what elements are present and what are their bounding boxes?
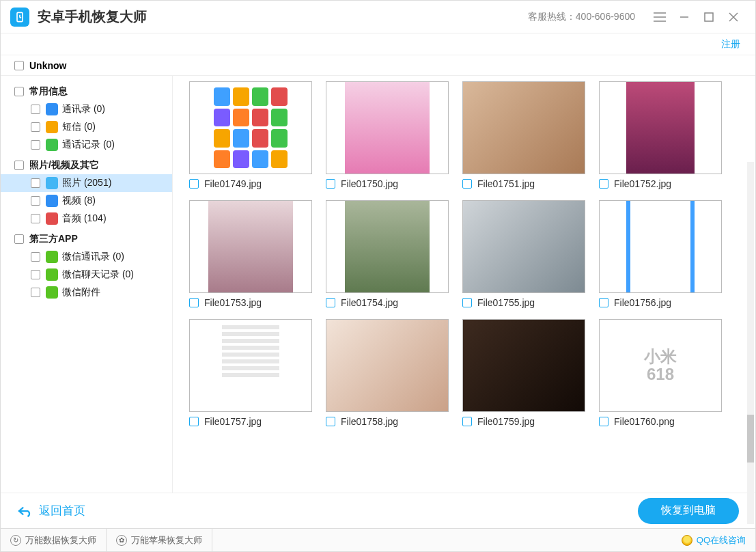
file-checkbox[interactable] bbox=[326, 417, 335, 426]
file-tile[interactable]: File01756.jpg bbox=[599, 200, 722, 308]
sidebar-item-contacts[interactable]: 通讯录 (0) bbox=[1, 100, 172, 118]
action-bar: 返回首页 恢复到电脑 bbox=[1, 493, 755, 528]
file-name: File01751.jpg bbox=[477, 178, 535, 189]
sidebar-item-calls[interactable]: 通话记录 (0) bbox=[1, 136, 172, 154]
item-label: 短信 (0) bbox=[62, 121, 96, 133]
file-checkbox[interactable] bbox=[326, 298, 335, 307]
file-thumbnail[interactable] bbox=[189, 319, 312, 412]
file-thumbnail[interactable] bbox=[326, 200, 449, 293]
back-button[interactable]: 返回首页 bbox=[17, 503, 85, 519]
file-tile[interactable]: File01750.jpg bbox=[326, 81, 449, 189]
content: 常用信息通讯录 (0)短信 (0)通话记录 (0)照片/视频及其它照片 (205… bbox=[1, 76, 755, 493]
scrollbar[interactable] bbox=[747, 162, 754, 524]
file-checkbox[interactable] bbox=[599, 179, 608, 189]
group-checkbox[interactable] bbox=[14, 234, 24, 244]
file-checkbox[interactable] bbox=[189, 298, 199, 307]
minimize-button[interactable] bbox=[672, 5, 697, 29]
file-name: File01760.png bbox=[614, 416, 675, 427]
file-checkbox[interactable] bbox=[599, 417, 608, 426]
item-checkbox[interactable] bbox=[31, 214, 40, 223]
menu-button[interactable] bbox=[647, 5, 672, 29]
sms-icon bbox=[46, 121, 58, 133]
file-name: File01758.jpg bbox=[341, 416, 398, 427]
sidebar-item-photos[interactable]: 照片 (2051) bbox=[1, 174, 172, 192]
file-tile[interactable]: File01751.jpg bbox=[462, 81, 585, 189]
file-thumbnail[interactable] bbox=[462, 319, 585, 412]
file-tile[interactable]: File01755.jpg bbox=[462, 200, 585, 308]
recover-button[interactable]: 恢复到电脑 bbox=[638, 498, 739, 524]
titlebar: 安卓手机恢复大师 客服热线：400-606-9600 bbox=[1, 1, 755, 33]
footer-link-data-recovery[interactable]: ↻ 万能数据恢复大师 bbox=[1, 529, 107, 551]
sidebar-item-wechat[interactable]: 微信附件 bbox=[1, 284, 172, 301]
file-thumbnail[interactable] bbox=[462, 81, 585, 174]
app-logo-icon bbox=[10, 8, 29, 27]
item-checkbox[interactable] bbox=[31, 270, 40, 279]
file-thumbnail[interactable] bbox=[326, 319, 449, 412]
back-label: 返回首页 bbox=[39, 503, 85, 519]
file-thumbnail[interactable]: 小米618 bbox=[599, 319, 722, 412]
group-label: 照片/视频及其它 bbox=[29, 159, 99, 171]
file-checkbox[interactable] bbox=[462, 179, 472, 189]
file-tile[interactable]: File01757.jpg bbox=[189, 319, 312, 427]
file-tile[interactable]: 小米618File01760.png bbox=[599, 319, 722, 427]
item-checkbox[interactable] bbox=[31, 196, 40, 206]
item-checkbox[interactable] bbox=[31, 178, 40, 188]
close-button[interactable] bbox=[721, 5, 746, 29]
svg-rect-5 bbox=[705, 13, 713, 21]
unknow-row[interactable]: Unknow bbox=[1, 55, 755, 76]
file-checkbox[interactable] bbox=[326, 179, 335, 189]
footer-link-apple-recovery[interactable]: ✿ 万能苹果恢复大师 bbox=[107, 529, 212, 551]
apple-icon: ✿ bbox=[116, 535, 127, 546]
item-checkbox[interactable] bbox=[31, 288, 40, 297]
video-icon bbox=[46, 195, 58, 207]
file-tile[interactable]: File01754.jpg bbox=[326, 200, 449, 308]
item-label: 视频 (8) bbox=[62, 195, 96, 207]
sidebar-item-sms[interactable]: 短信 (0) bbox=[1, 118, 172, 136]
item-checkbox[interactable] bbox=[31, 122, 40, 132]
file-tile[interactable]: File01753.jpg bbox=[189, 200, 312, 308]
back-arrow-icon bbox=[17, 505, 32, 517]
item-checkbox[interactable] bbox=[31, 252, 40, 262]
sidebar-group-header[interactable]: 常用信息 bbox=[1, 83, 172, 100]
file-checkbox[interactable] bbox=[462, 298, 472, 307]
group-label: 常用信息 bbox=[29, 85, 68, 98]
scrollbar-thumb[interactable] bbox=[747, 415, 754, 463]
footer-label-1: 万能数据恢复大师 bbox=[25, 534, 96, 547]
register-link[interactable]: 注册 bbox=[721, 38, 740, 51]
file-thumbnail[interactable] bbox=[599, 200, 722, 293]
group-checkbox[interactable] bbox=[14, 161, 24, 170]
item-label: 微信附件 bbox=[62, 286, 100, 299]
hotline-text: 客服热线：400-606-9600 bbox=[528, 11, 635, 23]
file-tile[interactable]: File01749.jpg bbox=[189, 81, 312, 189]
sidebar-item-wechat[interactable]: 微信聊天记录 (0) bbox=[1, 266, 172, 284]
file-thumbnail[interactable] bbox=[599, 81, 722, 174]
file-thumbnail[interactable] bbox=[462, 200, 585, 293]
file-checkbox[interactable] bbox=[462, 417, 472, 426]
file-checkbox[interactable] bbox=[189, 179, 199, 189]
file-thumbnail[interactable] bbox=[326, 81, 449, 174]
qq-label: QQ在线咨询 bbox=[697, 534, 746, 547]
item-checkbox[interactable] bbox=[31, 140, 40, 150]
file-checkbox[interactable] bbox=[599, 298, 608, 307]
audio-icon bbox=[46, 212, 58, 225]
file-checkbox[interactable] bbox=[189, 417, 199, 426]
item-checkbox[interactable] bbox=[31, 105, 40, 114]
group-checkbox[interactable] bbox=[14, 87, 24, 96]
sidebar-group-header[interactable]: 第三方APP bbox=[1, 230, 172, 248]
file-thumbnail[interactable] bbox=[189, 81, 312, 174]
file-thumbnail[interactable] bbox=[189, 200, 312, 293]
sidebar-item-video[interactable]: 视频 (8) bbox=[1, 192, 172, 210]
unknow-checkbox[interactable] bbox=[14, 61, 24, 70]
sidebar-item-wechat[interactable]: 微信通讯录 (0) bbox=[1, 248, 172, 266]
file-name: File01756.jpg bbox=[614, 297, 671, 308]
file-tile[interactable]: File01759.jpg bbox=[462, 319, 585, 427]
file-tile[interactable]: File01758.jpg bbox=[326, 319, 449, 427]
item-label: 音频 (104) bbox=[62, 212, 107, 225]
sidebar-item-audio[interactable]: 音频 (104) bbox=[1, 210, 172, 227]
maximize-button[interactable] bbox=[697, 5, 721, 29]
recycle-icon: ↻ bbox=[10, 535, 21, 546]
qq-support-link[interactable]: QQ在线咨询 bbox=[672, 534, 755, 547]
sidebar-group-header[interactable]: 照片/视频及其它 bbox=[1, 156, 172, 174]
group-label: 第三方APP bbox=[29, 233, 78, 245]
file-tile[interactable]: File01752.jpg bbox=[599, 81, 722, 189]
